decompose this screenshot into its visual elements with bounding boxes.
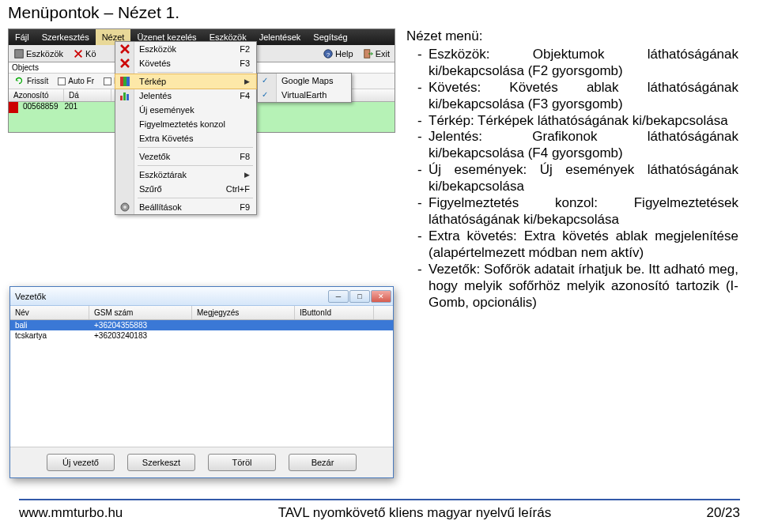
- menu-item-eszkoztarak[interactable]: Eszköztárak▶: [115, 168, 256, 182]
- submenu-label: VirtualEarth: [281, 90, 327, 100]
- desc-item: Térkép: Térképek láthatóságának ki/bekap…: [417, 113, 738, 130]
- menu-item-label: Jelentés: [139, 91, 172, 100]
- menu-item-jelentes[interactable]: JelentésF4: [115, 89, 256, 103]
- menu-shortcut: Ctrl+F: [226, 184, 250, 194]
- menu-file[interactable]: Fájl: [9, 29, 36, 45]
- menu-item-szuro[interactable]: SzűrőCtrl+F: [115, 182, 256, 196]
- desc-item: Eszközök: Objektumok láthatóságának ki/b…: [417, 47, 738, 80]
- exit-icon: [363, 48, 374, 59]
- menu-item-extrakovetes[interactable]: Extra Követés: [115, 131, 256, 145]
- svg-rect-7: [120, 96, 123, 100]
- menu-item-vezetok[interactable]: VezetőkF8: [115, 149, 256, 164]
- menu-item-label: Eszközök: [139, 44, 176, 54]
- menu-item-beallitasok[interactable]: BeállításokF9: [115, 200, 256, 214]
- svg-rect-6: [126, 77, 130, 86]
- chart-icon: [119, 89, 131, 102]
- svg-point-11: [123, 206, 126, 209]
- subbar-refresh[interactable]: Frissít: [9, 75, 53, 88]
- minimize-button[interactable]: ─: [328, 290, 349, 303]
- x-icon: [73, 48, 84, 59]
- dialog-grid-body: bali +36204355883 tcskartya +36203240183: [10, 320, 393, 447]
- menu-item-label: Eszköztárak: [139, 170, 187, 179]
- close-button[interactable]: ✕: [371, 290, 391, 303]
- svg-rect-5: [123, 77, 126, 86]
- col-megjegyzes[interactable]: Megjegyzés: [192, 306, 295, 319]
- subbar-autofr[interactable]: Auto Fr: [53, 77, 99, 85]
- maximize-button[interactable]: □: [349, 290, 370, 303]
- chevron-right-icon: ▶: [244, 77, 250, 85]
- table-row[interactable]: bali +36204355883: [10, 320, 393, 330]
- status-swatch: [9, 102, 18, 113]
- footer-page: 20/23: [706, 505, 740, 521]
- menu-shortcut: F2: [240, 44, 250, 54]
- x-red-icon: [119, 57, 131, 70]
- desc-item: Extra követés: Extra követés ablak megje…: [417, 228, 738, 262]
- dialog-buttons: Új vezető Szerkeszt Töröl Bezár: [10, 447, 393, 477]
- description-block: Nézet menü: Eszközök: Objektumok látható…: [406, 28, 738, 311]
- svg-rect-4: [120, 77, 123, 86]
- menu-item-label: Térkép: [139, 77, 166, 86]
- desc-item: Vezetők: Sofőrök adatait írhatjuk be. It…: [417, 262, 738, 311]
- svg-text:?: ?: [327, 51, 330, 58]
- svg-rect-8: [123, 92, 126, 100]
- gear-icon: [119, 201, 131, 213]
- menu-help[interactable]: Segítség: [307, 29, 353, 45]
- footer-url: www.mmturbo.hu: [19, 505, 123, 521]
- desc-item: Figyelmeztetés konzol: Figyelmeztetések …: [417, 195, 738, 228]
- menu-item-label: Szűrő: [139, 184, 162, 194]
- toolbar-exit[interactable]: Exit: [358, 48, 395, 59]
- dialog-grid-header: Név GSM szám Megjegyzés IButtonId: [10, 306, 393, 320]
- subbar-autofr-label: Auto Fr: [68, 77, 94, 85]
- footer: www.mmturbo.hu TAVL nyomkövető kliens ma…: [0, 499, 759, 521]
- toolbar-help[interactable]: ?Help: [318, 48, 358, 59]
- menu-reports[interactable]: Jelentések: [253, 29, 308, 45]
- delete-button[interactable]: Töröl: [208, 454, 276, 471]
- dialog-title: Vezetők: [15, 292, 46, 301]
- menu-item-terkep[interactable]: Térkép▶: [115, 74, 257, 89]
- desc-item: Új események: Új események láthatóságána…: [417, 162, 738, 195]
- help-icon: ?: [323, 48, 334, 59]
- close-dialog-button[interactable]: Bezár: [289, 454, 357, 471]
- new-driver-button[interactable]: Új vezető: [47, 454, 115, 471]
- cell-nev: tcskartya: [10, 330, 89, 341]
- cell-da: 201: [62, 102, 81, 113]
- menu-shortcut: F3: [240, 58, 250, 68]
- toolbar-tools[interactable]: Eszközök: [9, 48, 68, 59]
- x-red-icon: [119, 43, 131, 55]
- menu-shortcut: F9: [240, 202, 250, 212]
- toolbar-ko-label: Kö: [85, 49, 96, 58]
- col-nev[interactable]: Név: [10, 306, 89, 319]
- desc-item: Jelentés: Grafikonok láthatóságának ki/b…: [417, 129, 738, 162]
- table-row[interactable]: tcskartya +36203240183: [10, 330, 393, 341]
- refresh-icon: [13, 75, 25, 88]
- footer-title: TAVL nyomkövető kliens magyar nyelvű leí…: [278, 505, 552, 521]
- cell-gsm: +36203240183: [89, 330, 192, 341]
- toolbar-ko[interactable]: Kö: [68, 48, 100, 59]
- menu-item-figyelmeztetes[interactable]: Figyelmeztetés konzol: [115, 117, 256, 131]
- menu-item-label: Követés: [139, 58, 171, 68]
- col-ibutton[interactable]: IButtonId: [295, 306, 374, 319]
- menu-item-label: Extra Követés: [139, 134, 193, 143]
- col-da[interactable]: Dá: [64, 89, 111, 101]
- check-icon: ✓: [262, 90, 268, 99]
- menu-item-tools[interactable]: EszközökF2: [115, 42, 256, 56]
- submenu-googlemaps[interactable]: ✓Google Maps: [258, 74, 351, 88]
- col-id[interactable]: Azonosító: [9, 89, 64, 101]
- menu-item-label: Beállítások: [139, 202, 182, 212]
- edit-button[interactable]: Szerkeszt: [127, 454, 195, 471]
- menu-item-kovetes[interactable]: KövetésF3: [115, 56, 256, 70]
- menu-item-ujesemenyek[interactable]: Új események: [115, 103, 256, 117]
- desc-item: Követés: Követés ablak láthatóságának ki…: [417, 80, 738, 113]
- map-submenu: ✓Google Maps ✓VirtualEarth: [257, 73, 352, 103]
- tools-icon: [13, 48, 25, 59]
- menu-edit[interactable]: Szerkesztés: [36, 29, 96, 45]
- map-icon: [119, 75, 131, 88]
- cell-nev: bali: [10, 320, 89, 330]
- col-gsm[interactable]: GSM szám: [89, 306, 192, 319]
- svg-rect-9: [126, 94, 129, 100]
- cell-gsm: +36204355883: [89, 320, 192, 330]
- svg-rect-0: [15, 49, 24, 58]
- submenu-virtualearth[interactable]: ✓VirtualEarth: [258, 88, 351, 102]
- menu-shortcut: F4: [240, 91, 250, 100]
- menu-item-label: Vezetők: [139, 152, 170, 161]
